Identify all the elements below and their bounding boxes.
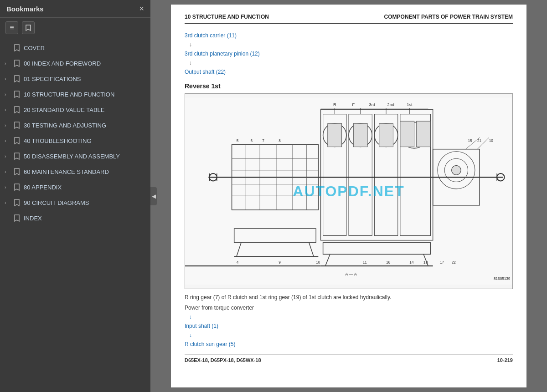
bookmark-label: 80 APPENDIX [24, 184, 62, 191]
svg-text:8: 8 [279, 139, 281, 143]
page-footer-right: 10-219 [497, 357, 513, 363]
bookmark-icon [14, 75, 21, 83]
svg-text:1st: 1st [407, 102, 413, 107]
page-header-right: COMPONENT PARTS OF POWER TRAIN SYSTEM [384, 14, 513, 20]
power-label: Power from torque converter [185, 303, 513, 312]
svg-text:9: 9 [279, 260, 281, 265]
chevron-icon: › [5, 200, 11, 205]
bookmark-item-80-appendix[interactable]: › 80 APPENDIX [0, 179, 150, 195]
content-line-3: Output shaft (22) [185, 67, 513, 76]
bookmark-item-index[interactable]: INDEX [0, 210, 150, 226]
bookmark-item-10-struct[interactable]: › 10 STRUCTURE AND FUNCTION [0, 87, 150, 102]
bookmark-menu-icon[interactable]: ≡ [5, 21, 18, 34]
bookmark-item-01-spec[interactable]: › 01 SPECIFICATIONS [0, 71, 150, 87]
chevron-left-icon: ◀ [152, 193, 156, 199]
svg-rect-18 [379, 123, 393, 147]
bookmark-item-90-circuit[interactable]: › 90 CIRCUIT DIAGRAMS [0, 195, 150, 210]
svg-point-71 [452, 165, 461, 175]
bookmark-icon [14, 106, 21, 114]
svg-text:7: 7 [262, 139, 264, 143]
svg-rect-16 [328, 123, 342, 147]
bookmark-item-30-test[interactable]: › 30 TESTING AND ADJUSTING [0, 117, 150, 133]
bookmark-icon [14, 183, 21, 191]
bookmark-item-00-index[interactable]: › 00 INDEX AND FOREWORD [0, 56, 150, 71]
bookmark-add-icon[interactable] [22, 21, 35, 34]
bookmark-icon [14, 137, 21, 145]
bookmark-label: COVER [24, 45, 45, 51]
svg-text:21: 21 [477, 139, 482, 143]
svg-text:15: 15 [468, 139, 473, 143]
input-shaft-label: Input shaft (1) [185, 321, 513, 331]
svg-rect-19 [400, 121, 414, 147]
bookmark-item-cover[interactable]: COVER [0, 40, 150, 56]
page-footer-left: D65EX-18, D65PX-18, D65WX-18 [185, 357, 261, 363]
bookmark-icon [14, 90, 21, 98]
bookmark-label: 90 CIRCUIT DIAGRAMS [24, 199, 89, 206]
bookmark-item-50-disassembly[interactable]: › 50 DISASSEMBLY AND ASSEMBLY [0, 148, 150, 164]
content-line-2: 3rd clutch planetary pinion (12) [185, 49, 513, 58]
page-footer: D65EX-18, D65PX-18, D65WX-18 10-219 [185, 354, 513, 363]
sidebar-toolbar: ≡ [0, 18, 150, 38]
bookmark-icon [14, 121, 21, 129]
bookmark-icon [14, 214, 21, 222]
bookmark-icon [14, 152, 21, 160]
sidebar-header: Bookmarks × [0, 0, 150, 18]
chevron-icon: › [5, 122, 11, 128]
body-text: R ring gear (7) of R clutch and 1st ring… [185, 293, 513, 302]
section-title: Reverse 1st [185, 82, 513, 90]
svg-text:F: F [352, 102, 355, 107]
bookmark-icon [14, 59, 21, 67]
svg-text:22: 22 [452, 260, 456, 265]
svg-rect-17 [353, 123, 367, 147]
bookmark-item-20-std[interactable]: › 20 STANDARD VALUE TABLE [0, 102, 150, 117]
pinion-label: 3rd clutch planetary pinion (12) [185, 51, 260, 57]
chevron-icon: › [5, 153, 11, 159]
svg-text:14: 14 [409, 260, 414, 265]
bookmark-icon [14, 199, 21, 207]
bookmark-label: 20 STANDARD VALUE TABLE [24, 107, 105, 113]
svg-text:17: 17 [440, 260, 444, 265]
sidebar: Bookmarks × ≡ COVER› 00 INDEX AND FOREWO… [0, 0, 150, 392]
svg-text:R: R [333, 102, 336, 107]
chevron-icon: › [5, 92, 11, 97]
svg-text:10: 10 [489, 139, 494, 143]
bookmark-item-40-trouble[interactable]: › 40 TROUBLESHOOTING [0, 133, 150, 148]
svg-text:2nd: 2nd [387, 102, 394, 107]
watermark: AUTOPDF.NET [293, 183, 404, 199]
svg-text:19: 19 [423, 260, 428, 265]
r-clutch-label: R clutch sun gear (5) [185, 340, 513, 349]
svg-rect-20 [417, 121, 431, 147]
svg-text:5: 5 [237, 139, 239, 143]
arrow-2: ↓ [185, 60, 513, 66]
output-shaft-label: Output shaft (22) [185, 69, 226, 75]
sidebar-title: Bookmarks [6, 5, 44, 13]
svg-text:10: 10 [316, 260, 320, 265]
page-header-left: 10 STRUCTURE AND FUNCTION [185, 14, 269, 20]
main-content: 10 STRUCTURE AND FUNCTION COMPONENT PART… [150, 0, 547, 392]
bookmark-label: 00 INDEX AND FOREWORD [24, 60, 101, 67]
bookmark-item-60-maint[interactable]: › 60 MAINTENANCE STANDARD [0, 164, 150, 179]
bookmark-label: 10 STRUCTURE AND FUNCTION [24, 91, 114, 98]
svg-text:4: 4 [237, 260, 239, 265]
page-header: 10 STRUCTURE AND FUNCTION COMPONENT PART… [185, 14, 513, 24]
bookmark-list: COVER› 00 INDEX AND FOREWORD› 01 SPECIFI… [0, 38, 150, 392]
bookmark-label: 60 MAINTENANCE STANDARD [24, 168, 109, 175]
svg-text:3rd: 3rd [369, 102, 375, 107]
chevron-icon: › [5, 138, 11, 143]
arrow-1: ↓ [185, 41, 513, 48]
bookmark-label: 30 TESTING AND ADJUSTING [24, 122, 106, 129]
svg-text:11: 11 [363, 260, 367, 265]
svg-text:6: 6 [251, 139, 253, 143]
close-button[interactable]: × [139, 5, 144, 13]
chevron-icon: › [5, 61, 11, 66]
arrow-body-2: ↓ [185, 332, 513, 338]
arrow-body-1: ↓ [185, 314, 513, 320]
bookmark-label: INDEX [24, 215, 42, 222]
chevron-icon: › [5, 169, 11, 174]
svg-text:A — A: A — A [345, 271, 357, 276]
chevron-icon: › [5, 184, 11, 190]
bookmark-label: 40 TROUBLESHOOTING [24, 137, 92, 144]
sidebar-collapse-handle[interactable]: ◀ [150, 187, 157, 205]
carrier-label: 3rd clutch carrier (11) [185, 32, 237, 39]
chevron-icon: › [5, 76, 11, 81]
